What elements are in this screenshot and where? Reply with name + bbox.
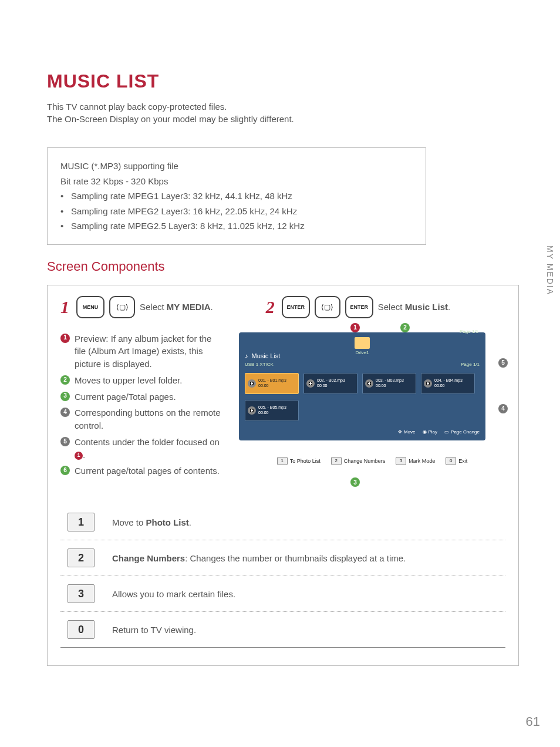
osd-preview: 1 2 4 5 Page 1/1 Drive1 ♪ Music List USB…	[239, 332, 505, 482]
enter-key-icon: ENTER	[345, 296, 373, 318]
osd-page-right: Page 1/1	[461, 362, 480, 367]
spec-line: Bit rate 32 Kbps - 320 Kbps	[60, 174, 413, 189]
keynum-icon: 2	[331, 457, 342, 465]
osd-submenu: 1To Photo List 2Change Numbers 3Mark Mod…	[239, 457, 505, 465]
disc-icon	[424, 379, 432, 388]
callout-marker: 2	[400, 323, 410, 332]
osd-track: 002. - B02.mp300:00	[303, 373, 357, 394]
callout-marker: 1	[350, 323, 360, 332]
step-text: Select MY MEDIA.	[140, 302, 213, 312]
osd-page-top: Page 1/1	[460, 329, 478, 334]
step-text: Select Music List.	[378, 302, 450, 312]
step-2: 2 ENTER ⟨▢⟩ ENTER Select Music List.	[266, 296, 450, 318]
inline-ref-icon: 1	[75, 452, 83, 460]
key-row: 0 Return to TV viewing.	[60, 612, 505, 648]
callout-marker: 4	[498, 404, 508, 413]
spec-line: MUSIC (*.MP3) supporting file	[60, 159, 413, 174]
keycap-icon: 2	[68, 549, 95, 567]
page-title: MUSIC LIST	[47, 70, 519, 92]
legend-item: Current page/Total pages.	[75, 391, 176, 403]
legend-item: Corresponding buttons on the remote cont…	[75, 406, 225, 432]
key-row: 2 Change Numbers: Changes the number or …	[60, 540, 505, 576]
osd-sub: USB 1 XTICK	[245, 362, 274, 367]
intro-line: This TV cannot play back copy-protected …	[47, 102, 519, 112]
spec-bullet: Sampling rate MPEG1 Layer3: 32 kHz, 44.1…	[71, 189, 292, 204]
keynum-icon: 1	[277, 457, 288, 465]
keycap-icon: 3	[68, 584, 95, 603]
osd-track: 004. - B04.mp300:00	[421, 373, 475, 394]
spec-bullet: Sampling rate MPEG2 Layer3: 16 kHz, 22.0…	[71, 204, 297, 219]
osd-track: 003. - B03.mp300:00	[362, 373, 416, 394]
menu-key-icon: MENU	[76, 296, 104, 318]
section-heading: Screen Components	[47, 259, 519, 274]
osd-drive: Drive1	[355, 350, 369, 355]
callout-marker: 3	[350, 477, 360, 487]
osd-track: 005. - B05.mp300:00	[245, 400, 299, 421]
legend-item: Preview: If any album jacket for the fil…	[75, 332, 225, 371]
spec-box: MUSIC (*.MP3) supporting file Bit rate 3…	[47, 147, 426, 245]
osd-track: 001. - B01.mp300:00	[245, 373, 299, 394]
keynum-icon: 3	[396, 457, 406, 465]
step-number: 1	[60, 297, 69, 317]
navpad-icon: ⟨▢⟩	[109, 296, 135, 318]
disc-icon	[248, 379, 256, 388]
osd-footbar: ✥ Move ◉ Play ▭ Page Change	[245, 429, 480, 435]
legend-item: Current page/total pages of contents.	[75, 465, 220, 477]
callout-marker: 5	[498, 358, 508, 368]
keycap-icon: 1	[68, 513, 95, 531]
side-tab: MY MEDIA	[540, 235, 560, 305]
legend-item: Contents under the folder focused on 1.	[75, 436, 225, 462]
folder-icon	[355, 337, 370, 349]
key-row: 1 Move to Photo List.	[60, 504, 505, 540]
enter-key-icon: ENTER	[282, 296, 310, 318]
main-box: 1 MENU ⟨▢⟩ Select MY MEDIA. 2 ENTER ⟨▢⟩ …	[47, 285, 519, 667]
page-number: 61	[526, 714, 540, 729]
key-table: 1 Move to Photo List. 2 Change Numbers: …	[60, 504, 505, 648]
disc-icon	[248, 406, 256, 415]
disc-icon	[365, 379, 373, 388]
spec-bullet: Sampling rate MPEG2.5 Layer3: 8 kHz, 11.…	[71, 218, 305, 234]
key-row: 3 Allows you to mark certain files.	[60, 576, 505, 612]
legend-list: 1Preview: If any album jacket for the fi…	[60, 332, 225, 482]
step-number: 2	[266, 297, 275, 317]
legend-item: Moves to upper level folder.	[75, 374, 182, 387]
disc-icon	[306, 379, 315, 388]
navpad-icon: ⟨▢⟩	[315, 296, 340, 318]
step-1: 1 MENU ⟨▢⟩ Select MY MEDIA.	[60, 296, 213, 318]
keycap-icon: 0	[68, 620, 95, 639]
intro-line: The On-Screen Display on your model may …	[47, 114, 519, 124]
keynum-icon: 0	[446, 457, 456, 465]
